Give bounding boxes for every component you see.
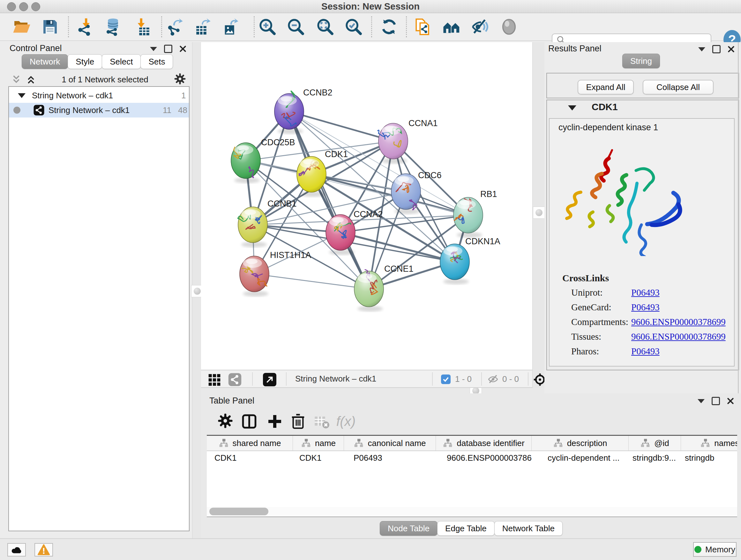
refresh-view-button[interactable] xyxy=(380,17,399,37)
birds-eye-view-button[interactable] xyxy=(208,374,221,388)
table-cell[interactable]: CDK1 xyxy=(207,451,293,464)
column-header-@id[interactable]: @id xyxy=(629,436,681,450)
string-home-button[interactable] xyxy=(442,17,461,37)
tab-style[interactable]: Style xyxy=(68,54,102,69)
network-node-CCNA1[interactable] xyxy=(378,123,408,164)
column-header-shared-name[interactable]: shared name xyxy=(207,436,293,450)
table-row[interactable]: CDK1CDK1P064939606.ENSP00000378699cyclin… xyxy=(207,451,737,464)
network-node-CDKN1A[interactable] xyxy=(440,244,469,285)
network-canvas[interactable]: CCNB2CCNA1CDC25BCDK1CDC6RB1CCNB1CCNA2CDK… xyxy=(201,42,532,370)
zoom-selected-button[interactable] xyxy=(344,17,363,37)
node-table[interactable]: shared namenamecanonical namedatabase id… xyxy=(207,435,737,517)
zoom-in-button[interactable] xyxy=(258,17,277,37)
function-builder-button[interactable]: f(x) xyxy=(336,411,356,432)
section-expander-icon[interactable] xyxy=(568,105,576,111)
zoom-out-button[interactable] xyxy=(286,17,306,37)
string-settings-button[interactable] xyxy=(228,373,242,388)
network-node-HIST1H1A[interactable] xyxy=(240,256,269,297)
export-table-button[interactable] xyxy=(194,17,213,37)
network-from-file-button[interactable] xyxy=(414,17,433,37)
zoom-fit-button[interactable] xyxy=(316,17,335,37)
crosslink-value-link[interactable]: P06493 xyxy=(631,287,660,298)
network-node-RB1[interactable] xyxy=(454,197,483,238)
table-settings-button[interactable] xyxy=(215,411,235,432)
show-columns-button[interactable] xyxy=(239,411,259,432)
panel-float-icon[interactable] xyxy=(164,45,172,53)
selected-checkbox[interactable] xyxy=(441,374,451,384)
table-cell[interactable]: cyclin-dependent ... xyxy=(532,451,629,464)
gear-icon[interactable] xyxy=(174,72,186,86)
network-collection-row[interactable]: String Network – cdk1 1 xyxy=(9,88,189,103)
table-cell[interactable]: stringdb xyxy=(681,451,737,464)
tab-select[interactable]: Select xyxy=(102,54,141,69)
delete-column-button[interactable] xyxy=(288,411,308,432)
tab-network-table[interactable]: Network Table xyxy=(494,521,562,536)
panel-collapse-icon[interactable] xyxy=(697,399,704,403)
hide-eye-button[interactable] xyxy=(471,17,490,37)
open-in-window-button[interactable] xyxy=(263,373,276,386)
panel-close-icon[interactable] xyxy=(727,397,734,405)
grid-icon xyxy=(208,374,221,386)
table-delete-icon xyxy=(313,413,330,430)
export-network-button[interactable] xyxy=(166,17,185,37)
crosslink-value-link[interactable]: P06493 xyxy=(631,302,660,313)
toolbar-separator xyxy=(371,16,372,37)
panel-collapse-icon[interactable] xyxy=(150,47,157,51)
delete-table-button[interactable] xyxy=(312,411,332,432)
open-session-button[interactable] xyxy=(12,17,31,37)
panel-float-icon[interactable] xyxy=(712,45,721,53)
column-header-namespace[interactable]: namespace xyxy=(681,436,737,450)
crosslink-value-link[interactable]: 9606.ENSP00000378699 xyxy=(631,317,726,327)
table-horizontal-scrollbar[interactable] xyxy=(207,507,737,517)
crosslink-value-link[interactable]: 9606.ENSP00000378699 xyxy=(631,331,726,342)
network-node-CCNE1[interactable] xyxy=(354,270,384,312)
import-table-button[interactable] xyxy=(133,17,152,37)
table-cell[interactable]: P06493 xyxy=(344,451,436,464)
cloud-button[interactable] xyxy=(7,543,26,557)
panel-close-icon[interactable] xyxy=(179,45,186,52)
panel-float-icon[interactable] xyxy=(712,397,720,405)
table-cell[interactable]: stringdb:9... xyxy=(629,451,681,464)
tree-expander-icon[interactable] xyxy=(18,93,25,98)
import-network-button[interactable] xyxy=(77,17,96,37)
network-node-CCNB1[interactable] xyxy=(238,207,267,247)
export-image-button[interactable] xyxy=(221,17,241,37)
table-cell[interactable]: CDK1 xyxy=(293,451,344,464)
horizontal-splitter[interactable] xyxy=(201,388,544,393)
network-node-CDK1[interactable] xyxy=(297,157,326,197)
collapse-all-button[interactable]: Collapse All xyxy=(643,80,714,95)
network-row[interactable]: String Network – cdk1 11 48 xyxy=(9,103,189,118)
column-header-database-identifier[interactable]: database identifier xyxy=(436,436,532,450)
scrollbar-thumb[interactable] xyxy=(209,508,268,515)
tab-string[interactable]: String xyxy=(622,54,660,68)
tab-edge-table[interactable]: Edge Table xyxy=(437,521,495,536)
crosslink-label: Uniprot: xyxy=(571,287,603,298)
column-header-name[interactable]: name xyxy=(293,436,344,450)
collapse-all-chevron-icon[interactable] xyxy=(11,74,22,85)
expand-all-button[interactable]: Expand All xyxy=(578,80,634,95)
column-header-canonical-name[interactable]: canonical name xyxy=(344,436,436,450)
expand-all-chevron-icon[interactable] xyxy=(25,74,37,85)
table-cell[interactable]: 9606.ENSP00000378699 xyxy=(436,451,532,464)
tab-network[interactable]: Network xyxy=(22,54,68,69)
right-splitter[interactable] xyxy=(532,42,545,393)
network-node-CDC25B[interactable] xyxy=(231,143,260,183)
network-node-CCNB2[interactable] xyxy=(274,91,304,134)
right-splitter-handle[interactable] xyxy=(533,206,545,219)
add-column-button[interactable] xyxy=(265,411,285,432)
memory-button[interactable]: Memory xyxy=(693,542,737,557)
tab-node-table[interactable]: Node Table xyxy=(380,521,437,536)
import-database-button[interactable] xyxy=(104,17,123,37)
left-splitter[interactable] xyxy=(192,42,202,538)
network-from-file-icon xyxy=(414,17,432,36)
crosslink-value-link[interactable]: P06493 xyxy=(631,346,660,357)
gray-eye-button[interactable] xyxy=(499,17,519,37)
panel-collapse-icon[interactable] xyxy=(698,47,705,51)
save-session-button[interactable] xyxy=(41,17,60,37)
panel-close-icon[interactable] xyxy=(728,46,735,53)
column-header-label: namespace xyxy=(714,438,737,448)
column-header-description[interactable]: description xyxy=(532,436,629,450)
warnings-button[interactable] xyxy=(35,543,53,557)
tab-sets[interactable]: Sets xyxy=(140,54,173,69)
results-scrollbar[interactable] xyxy=(738,42,739,393)
